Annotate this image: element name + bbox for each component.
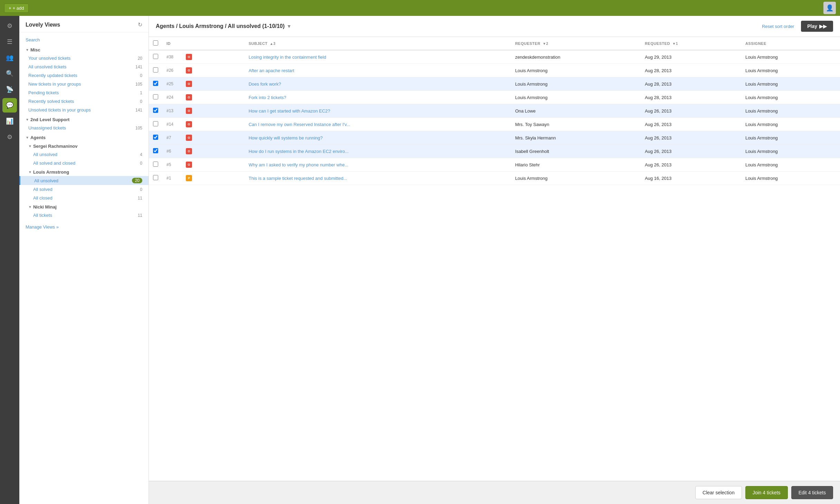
- ticket-subject[interactable]: How can I get started with Amazon EC2?: [249, 108, 330, 114]
- row-checkbox[interactable]: [153, 162, 158, 167]
- ticket-subject-cell: Does fork work?: [245, 77, 511, 91]
- manage-views-link[interactable]: Manage Views »: [19, 220, 149, 234]
- table-row: #7 O How quickly will systems be running…: [149, 131, 840, 145]
- row-checkbox[interactable]: [153, 94, 158, 99]
- row-checkbox[interactable]: [153, 175, 158, 180]
- edit-tickets-button[interactable]: Edit 4 tickets: [791, 486, 833, 499]
- row-checkbox-cell: [149, 118, 162, 131]
- row-checkbox[interactable]: [153, 135, 158, 140]
- nav-item-all-unsolved[interactable]: All unsolved tickets141: [19, 62, 149, 71]
- col-requested[interactable]: REQUESTED ▼1: [641, 37, 741, 50]
- sidebar-item-config[interactable]: ⚙: [2, 130, 17, 144]
- louis-all-closed[interactable]: All closed11: [19, 194, 149, 202]
- col-assignee: ASSIGNEE: [741, 37, 840, 50]
- sidebar-item-menu[interactable]: ☰: [2, 35, 17, 49]
- misc-toggle-icon: ▼: [26, 48, 29, 52]
- add-button[interactable]: + + add: [4, 3, 29, 13]
- ticket-subject-cell: This is a sample ticket requested and su…: [245, 172, 511, 185]
- sergei-all-solved-closed[interactable]: All solved and closed0: [19, 159, 149, 167]
- ticket-id: #26: [166, 68, 184, 73]
- ticket-subject[interactable]: Does fork work?: [249, 81, 281, 87]
- nav-item-your-unsolved[interactable]: Your unsolved tickets20: [19, 54, 149, 62]
- nav-item-new-in-groups[interactable]: New tickets in your groups105: [19, 80, 149, 88]
- ticket-subject[interactable]: How do I run systems in the Amazon EC2 e…: [249, 149, 349, 154]
- play-button[interactable]: Play ▶▶: [801, 21, 833, 32]
- row-checkbox-cell: [149, 77, 162, 91]
- 2nd-level-toggle-icon: ▼: [26, 118, 29, 122]
- col-subject[interactable]: SUBJECT ▲3: [245, 37, 511, 50]
- nav-item-pending[interactable]: Pending tickets1: [19, 88, 149, 97]
- ticket-subject[interactable]: Fork into 2 tickets?: [249, 95, 286, 100]
- sergei-toggle-icon: ▼: [28, 144, 32, 148]
- ticket-subject-cell: Can I remove my own Reserved Instance af…: [245, 118, 511, 131]
- status-dot: O: [186, 81, 192, 87]
- ticket-assignee-cell: Louis Armstrong: [741, 91, 840, 104]
- row-checkbox[interactable]: [153, 67, 158, 72]
- ticket-requested-cell: Aug 28, 2013: [641, 91, 741, 104]
- row-checkbox[interactable]: [153, 54, 158, 59]
- reset-sort-link[interactable]: Reset sort order: [762, 24, 794, 29]
- row-checkbox[interactable]: [153, 148, 158, 153]
- nav-item-recently-updated[interactable]: Recently updated tickets0: [19, 71, 149, 80]
- row-checkbox[interactable]: [153, 81, 158, 86]
- sidebar-item-reports[interactable]: 📊: [2, 114, 17, 128]
- louis-all-solved[interactable]: All solved0: [19, 185, 149, 194]
- nicki-all-tickets[interactable]: All tickets11: [19, 211, 149, 220]
- sidebar-item-settings[interactable]: ⚙: [2, 19, 17, 33]
- row-checkbox-cell: [149, 104, 162, 118]
- agents-section-header[interactable]: ▼ Agents: [19, 132, 149, 142]
- col-requester[interactable]: REQUESTER ▼2: [511, 37, 641, 50]
- play-label: Play: [807, 23, 817, 29]
- ticket-assignee-cell: Louis Armstrong: [741, 172, 840, 185]
- nav-item-unassigned[interactable]: Unassigned tickets105: [19, 124, 149, 132]
- breadcrumb-chevron-icon[interactable]: ▼: [287, 23, 292, 29]
- sidebar-item-chat[interactable]: 💬: [2, 98, 17, 113]
- ticket-subject[interactable]: This is a sample ticket requested and su…: [249, 176, 347, 181]
- ticket-subject[interactable]: How quickly will systems be running?: [249, 135, 323, 140]
- row-checkbox[interactable]: [153, 121, 158, 126]
- avatar[interactable]: 👤: [823, 2, 836, 14]
- ticket-subject[interactable]: After an apache restart: [249, 68, 294, 73]
- join-tickets-button[interactable]: Join 4 tickets: [745, 486, 788, 499]
- clear-selection-button[interactable]: Clear selection: [695, 486, 742, 499]
- table-row: #25 O Does fork work? Louis Armstrong Au…: [149, 77, 840, 91]
- ticket-requester-cell: Hilario Stehr: [511, 158, 641, 172]
- ticket-requested-cell: Aug 26, 2013: [641, 104, 741, 118]
- louis-armstrong-header[interactable]: ▼ Louis Armstrong: [19, 167, 149, 176]
- ticket-requested-cell: Aug 28, 2013: [641, 77, 741, 91]
- louis-all-unsolved[interactable]: All unsolved20: [19, 176, 149, 185]
- table-row: #5 O Why am I asked to verify my phone n…: [149, 158, 840, 172]
- ticket-assignee-cell: Louis Armstrong: [741, 64, 840, 77]
- refresh-icon[interactable]: ↻: [138, 21, 142, 28]
- ticket-requester-cell: Mrs. Toy Sawayn: [511, 118, 641, 131]
- ticket-subject[interactable]: Why am I asked to verify my phone number…: [249, 162, 349, 167]
- sergei-rachmaninov-header[interactable]: ▼ Sergei Rachmaninov: [19, 142, 149, 150]
- ticket-id: #24: [166, 95, 184, 100]
- nav-item-recently-solved[interactable]: Recently solved tickets0: [19, 97, 149, 106]
- col-id: ID: [162, 37, 245, 50]
- ticket-subject[interactable]: Losing integrity in the containment fiel…: [249, 55, 326, 60]
- ticket-requested-cell: Aug 28, 2013: [641, 64, 741, 77]
- status-dot: O: [186, 162, 192, 168]
- misc-section-header[interactable]: ▼ Misc: [19, 45, 149, 54]
- ticket-id: #38: [166, 55, 184, 59]
- sidebar-item-feed[interactable]: 📡: [2, 82, 17, 97]
- status-dot: O: [186, 135, 192, 141]
- ticket-subject-cell: Losing integrity in the containment fiel…: [245, 50, 511, 64]
- play-icon: ▶▶: [819, 23, 827, 29]
- plus-icon: +: [9, 6, 11, 11]
- ticket-assignee-cell: Louis Armstrong: [741, 131, 840, 145]
- sergei-all-unsolved[interactable]: All unsolved4: [19, 150, 149, 159]
- nav-item-unsolved-in-groups[interactable]: Unsolved tickets in your groups141: [19, 106, 149, 114]
- row-checkbox[interactable]: [153, 108, 158, 113]
- 2nd-level-support-header[interactable]: ▼ 2nd Level Support: [19, 114, 149, 124]
- select-all-checkbox[interactable]: [153, 40, 158, 46]
- table-row: #6 O How do I run systems in the Amazon …: [149, 145, 840, 158]
- status-dot: P: [186, 175, 192, 181]
- ticket-subject[interactable]: Can I remove my own Reserved Instance af…: [249, 122, 350, 127]
- ticket-subject-cell: How do I run systems in the Amazon EC2 e…: [245, 145, 511, 158]
- sidebar-item-search[interactable]: 🔍: [2, 66, 17, 81]
- nicki-minaj-header[interactable]: ▼ Nicki Minaj: [19, 202, 149, 211]
- search-link[interactable]: Search: [19, 35, 149, 45]
- sidebar-item-users[interactable]: 👥: [2, 50, 17, 65]
